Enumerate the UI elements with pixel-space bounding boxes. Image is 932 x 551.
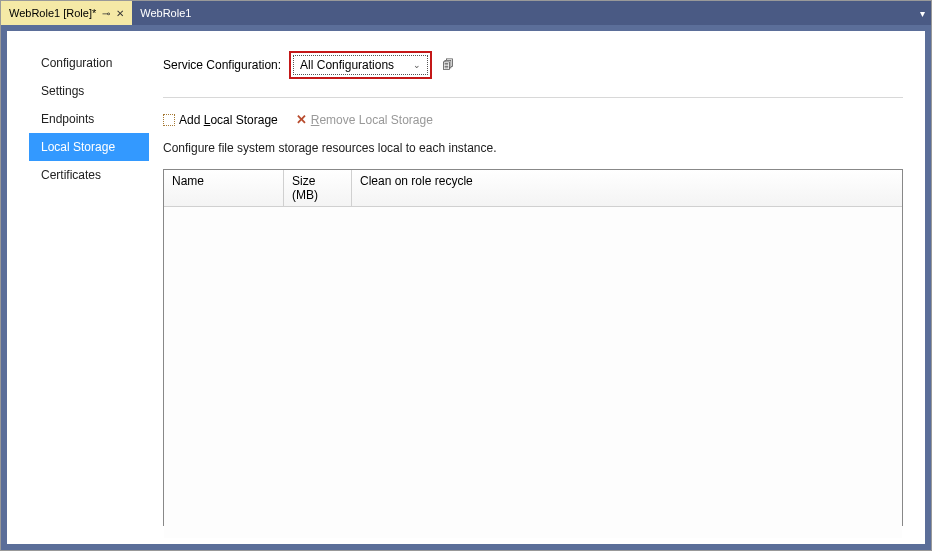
service-config-value: All Configurations (300, 58, 394, 72)
grid-header: Name Size (MB) Clean on role recycle (164, 170, 902, 207)
sidebar-item-settings[interactable]: Settings (29, 77, 149, 105)
sidebar-item-label: Endpoints (41, 112, 94, 126)
sidebar: Configuration Settings Endpoints Local S… (29, 49, 149, 526)
content: Configuration Settings Endpoints Local S… (7, 31, 925, 544)
grid-body[interactable] (164, 207, 902, 538)
tab-bar: WebRole1 [Role]* ⊸ ✕ WebRole1 ▾ (1, 1, 931, 25)
remove-label: Remove Local Storage (311, 113, 433, 127)
service-config-row: Service Configuration: All Configuration… (163, 51, 903, 79)
description-text: Configure file system storage resources … (163, 141, 903, 155)
main-panel: Service Configuration: All Configuration… (149, 49, 903, 526)
sidebar-item-label: Configuration (41, 56, 112, 70)
tab-overflow-icon[interactable]: ▾ (920, 1, 925, 25)
sidebar-item-label: Local Storage (41, 140, 115, 154)
highlight-box: All Configurations ⌄ (289, 51, 432, 79)
add-local-storage-button[interactable]: Add Local Storage (163, 113, 278, 127)
manage-config-icon[interactable]: 🗐 (440, 57, 456, 73)
remove-local-storage-button: ✕ Remove Local Storage (296, 112, 433, 127)
sidebar-item-certificates[interactable]: Certificates (29, 161, 149, 189)
service-config-select[interactable]: All Configurations ⌄ (293, 55, 428, 75)
tab-label: WebRole1 [Role]* (9, 7, 96, 19)
tab-webrole1-role[interactable]: WebRole1 [Role]* ⊸ ✕ (1, 1, 132, 25)
tab-webrole1[interactable]: WebRole1 (132, 1, 199, 25)
add-label: Add Local Storage (179, 113, 278, 127)
action-row: Add Local Storage ✕ Remove Local Storage (163, 112, 903, 127)
pin-icon[interactable]: ⊸ (102, 8, 110, 19)
sidebar-item-label: Certificates (41, 168, 101, 182)
close-icon[interactable]: ✕ (116, 8, 124, 19)
sidebar-item-local-storage[interactable]: Local Storage (29, 133, 149, 161)
sidebar-item-label: Settings (41, 84, 84, 98)
sidebar-item-endpoints[interactable]: Endpoints (29, 105, 149, 133)
delete-icon: ✕ (296, 112, 307, 127)
tab-label: WebRole1 (140, 7, 191, 19)
service-config-label: Service Configuration: (163, 58, 281, 72)
add-icon (163, 114, 175, 126)
column-header-name[interactable]: Name (164, 170, 284, 206)
content-frame: Configuration Settings Endpoints Local S… (1, 25, 931, 550)
sidebar-item-configuration[interactable]: Configuration (29, 49, 149, 77)
column-header-clean[interactable]: Clean on role recycle (352, 170, 902, 206)
divider (163, 97, 903, 98)
column-header-size[interactable]: Size (MB) (284, 170, 352, 206)
storage-grid[interactable]: Name Size (MB) Clean on role recycle (163, 169, 903, 526)
chevron-down-icon: ⌄ (413, 60, 421, 70)
